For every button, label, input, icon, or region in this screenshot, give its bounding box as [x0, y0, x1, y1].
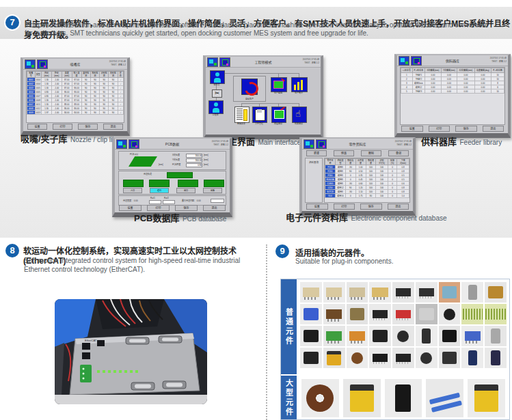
- rail2-input[interactable]: [163, 200, 175, 204]
- max-gap-input[interactable]: [211, 199, 224, 203]
- dialog-button[interactable]: 退出: [203, 205, 226, 211]
- auto-production-box[interactable]: 自动生产: [233, 76, 266, 102]
- feeder-buttons: 设置打印保存退出: [401, 126, 504, 132]
- dim-input[interactable]: 0.80: [186, 163, 202, 167]
- dialog-button[interactable]: 查询: [388, 150, 409, 156]
- window-titlebar: 零件资料库 2017/5/1 17:31:48 TEST：顾客.1.2: [302, 139, 413, 150]
- table-cell: 10: [491, 89, 504, 94]
- conveyor-button[interactable]: 出口: [176, 188, 196, 193]
- component-photo: [347, 282, 368, 303]
- window-titlebar: 吸嘴库 2017/5/1 17:31:48 TEST：顾客.1.2: [23, 59, 127, 70]
- dialog-button[interactable]: 打印: [53, 124, 72, 130]
- dialog-button[interactable]: 设置: [306, 204, 328, 210]
- section7-headline-en-line1: Independent research and development ope…: [25, 21, 507, 29]
- connector-line: [216, 73, 299, 74]
- component-photo: [485, 326, 507, 346]
- production-edit-icon[interactable]: [271, 77, 287, 92]
- column-header: 识别检测: [100, 72, 109, 78]
- dialog-button[interactable]: 打印: [334, 204, 355, 210]
- conveyor-button[interactable]: 出板: [203, 188, 222, 193]
- dialog-button[interactable]: 打印: [429, 126, 450, 132]
- dialog-button[interactable]: 保存: [360, 204, 382, 210]
- component-photo: [300, 348, 322, 368]
- dialog-button[interactable]: 修改: [334, 150, 354, 156]
- conveyor-button[interactable]: 运行: [150, 188, 169, 193]
- box-shape: [419, 308, 434, 320]
- dim-input[interactable]: 300.00: [186, 158, 202, 163]
- dialog-button[interactable]: 设置: [27, 124, 47, 130]
- dim-input[interactable]: 300.00: [186, 154, 202, 158]
- component-database-window: 零件资料库 2017/5/1 17:31:48 TEST：顾客.1.2 新建修改…: [299, 137, 416, 216]
- table-header-row: 吸嘴号类型内径(mm)外径(mm)高度(mm)取入高度真空检测取料检测识别检测抛…: [27, 72, 124, 78]
- pcb-buttons: 设置打印保存退出: [119, 205, 226, 211]
- table-cell: 90: [81, 111, 90, 115]
- datetime-line1: 2017/5/1 17:31:48: [395, 140, 412, 143]
- datetime-line1: 2017/5/1 17:31:48: [212, 140, 228, 143]
- low-level-debug-icon[interactable]: [271, 107, 286, 123]
- column-header: 取入高度: [72, 72, 81, 78]
- pcb-bottom-panel: 传送宽度： 0.00 Rail1 Rail2 最大传送间距： 0.00: [118, 195, 226, 206]
- dialog-button[interactable]: 退出: [483, 126, 504, 132]
- caption-en: PCB database: [183, 215, 227, 223]
- node-label: 生产编辑: [269, 92, 287, 94]
- dialog-button[interactable]: 保存: [78, 124, 98, 130]
- caption-zh: PCB数据库: [134, 213, 179, 223]
- operator-icon[interactable]: [210, 70, 225, 84]
- dialog-button[interactable]: 保存: [455, 126, 477, 132]
- conveyor-board: [178, 180, 198, 187]
- component-photo: [392, 348, 414, 368]
- component-photo: [485, 282, 507, 303]
- column-header: 贴装(%): [388, 159, 396, 165]
- ic-shape: [373, 310, 388, 318]
- scissors-icon[interactable]: ✂: [212, 89, 222, 98]
- rail1-input[interactable]: [149, 200, 161, 204]
- table-cell: 1.97: [42, 111, 52, 115]
- tall-shape: [491, 350, 500, 365]
- section8-headline-en-line1: Soft motion integrated control system fo…: [24, 257, 263, 264]
- component-buttons: 设置打印保存退出: [306, 204, 409, 210]
- dialog-button[interactable]: 退出: [388, 204, 409, 210]
- tall-shape: [468, 285, 477, 300]
- table-header-row: 零件名称供料类型取料角度元件高度取料速度识别XY(%)贴装(%)下降Z(mm): [325, 159, 409, 165]
- box-shape: [350, 308, 365, 320]
- table-row[interactable]: 000900131.97-1.0084.0084.0090909090√: [27, 111, 124, 115]
- caption-component: 电子元件资料库 Electronic component database: [286, 210, 447, 223]
- machine-debug-icon[interactable]: ☝: [292, 107, 307, 123]
- dialog-button[interactable]: 设置: [401, 126, 423, 132]
- toroid-shape: [306, 384, 334, 412]
- caption-main: 主界面 Main interface: [228, 135, 301, 148]
- table-cell: 1.75: [355, 194, 366, 198]
- sidebar-label: 大型元件: [284, 379, 295, 417]
- table-row[interactable]: S14编带1601.758010001.0: [325, 194, 409, 198]
- column-header: 内径(mm): [42, 72, 52, 78]
- normal-components-grid: [300, 282, 507, 368]
- dialog-button[interactable]: 打印: [147, 205, 170, 211]
- component-photo: [461, 348, 483, 368]
- table-row[interactable]: 5TRAY30.000.000.000.0010: [401, 89, 504, 94]
- column-header: 高度(mm): [62, 72, 72, 78]
- dialog-button[interactable]: 删除: [361, 150, 381, 156]
- sidebar-large-components: 大型元件: [281, 376, 297, 420]
- dim-unit: [mm]: [204, 163, 208, 166]
- dialog-button[interactable]: 设置: [119, 205, 142, 211]
- engineer-icon[interactable]: [208, 100, 224, 114]
- dialog-button[interactable]: 退出: [103, 124, 123, 130]
- data-report-icon[interactable]: [234, 107, 250, 123]
- production-stats-icon[interactable]: [291, 77, 308, 92]
- table-cell: 0009: [27, 111, 36, 115]
- dialog-button[interactable]: 新建: [306, 150, 327, 156]
- dialog-button[interactable]: 保存: [175, 205, 198, 211]
- box-shape: [304, 330, 319, 341]
- table-cell: 100: [376, 194, 388, 198]
- conveyor-button[interactable]: 入口: [123, 188, 142, 193]
- conn-shape: [303, 288, 319, 297]
- column-header: 取料检测: [90, 72, 99, 78]
- component-photo: [392, 326, 414, 346]
- dim-unit: [mm]: [204, 158, 208, 161]
- datetime-line1: 2017/5/1 17:31:48: [490, 57, 507, 60]
- datetime-line2: TEST：顾客.1.2: [212, 143, 228, 147]
- file-manager-icon[interactable]: [252, 107, 267, 123]
- ic-shape: [373, 354, 388, 362]
- board-label: PCB x(s): [130, 153, 138, 156]
- data-table: <-料位号P->料位名X向偏差(mm)Y向偏差(mm)X2向偏差(mm)角度偏差…: [401, 68, 504, 94]
